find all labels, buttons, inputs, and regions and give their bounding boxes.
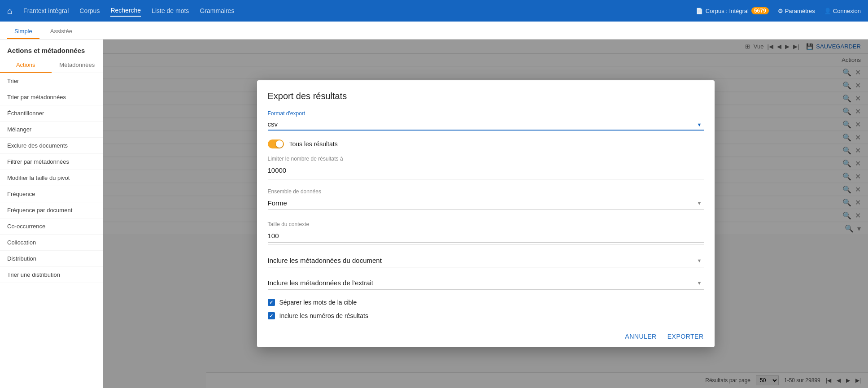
user-icon: 👤 — [824, 8, 831, 14]
dataset-field-group: Ensemble de données Forme Lemme Catégori… — [268, 188, 704, 212]
tab-assistee[interactable]: Assistée — [43, 24, 79, 39]
home-icon[interactable]: ⌂ — [7, 6, 13, 16]
topnav-right: 📄 Corpus : Intégral 5679 ⚙ Paramètres 👤 … — [696, 7, 861, 14]
sep-checkbox-row: Séparer les mots de la cible — [268, 299, 704, 306]
sidebar-item-trier-distribution[interactable]: Trier une distribution — [0, 267, 103, 283]
sidebar-item-exclure[interactable]: Exclure des documents — [0, 138, 103, 154]
format-select-wrapper: csv xlsx json — [268, 118, 704, 131]
connexion-button[interactable]: 👤 Connexion — [824, 8, 861, 14]
nav-brand[interactable]: Frantext intégral — [23, 5, 69, 16]
sidebar-item-filtrer[interactable]: Filtrer par métadonnées — [0, 154, 103, 170]
sidebar-item-collocation[interactable]: Collocation — [0, 235, 103, 251]
corpus-icon: 📄 — [696, 8, 703, 14]
limit-input[interactable] — [268, 164, 704, 177]
sidebar-title: Actions et métadonnées — [0, 39, 103, 58]
format-label: Format d'export — [268, 110, 704, 117]
sep-checkbox[interactable] — [268, 299, 275, 306]
limit-field-group: Limiter le nombre de résultats à — [268, 156, 704, 179]
corpus-count: 5679 — [751, 7, 769, 14]
dataset-dropdown-wrapper: Forme Lemme Catégorie — [268, 196, 704, 210]
dataset-label: Ensemble de données — [268, 188, 704, 195]
doc-meta-select[interactable]: Inclure les métadonnées du document — [268, 254, 704, 267]
tab-simple[interactable]: Simple — [7, 24, 39, 39]
params-label: Paramètres — [785, 8, 815, 14]
params-button[interactable]: ⚙ Paramètres — [778, 8, 815, 14]
subtabs: Simple Assistée — [0, 22, 868, 39]
dialog-body: Export des résultats Format d'export csv… — [257, 80, 715, 326]
nav-corpus[interactable]: Corpus — [79, 5, 100, 16]
export-button[interactable]: EXPORTER — [667, 333, 704, 340]
connexion-label: Connexion — [833, 8, 861, 14]
content-area: ⊞ Vue |◀ ◀ ▶ ▶| 💾 SAUVEGARDER Actions 🔍✕… — [103, 39, 868, 388]
sidebar-item-distribution[interactable]: Distribution — [0, 251, 103, 267]
sidebar-tabs: Actions Métadonnées — [0, 58, 103, 73]
context-input[interactable] — [268, 229, 704, 243]
format-select[interactable]: csv xlsx json — [268, 118, 704, 131]
corpus-label: Corpus : Intégral — [706, 8, 749, 14]
toggle-row: Tous les résultats — [268, 140, 704, 148]
extract-meta-select[interactable]: Inclure les métadonnées de l'extrait — [268, 276, 704, 290]
format-field-group: Format d'export csv xlsx json — [268, 110, 704, 131]
topnav: ⌂ Frantext intégral Corpus Recherche Lis… — [0, 0, 868, 22]
sidebar-item-trier[interactable]: Trier — [0, 73, 103, 89]
toggle-label: Tous les résultats — [289, 140, 338, 148]
sidebar-item-frequence[interactable]: Fréquence — [0, 186, 103, 202]
sidebar: Actions et métadonnées Actions Métadonné… — [0, 39, 103, 388]
sidebar-item-melanger[interactable]: Mélanger — [0, 122, 103, 138]
context-label: Taille du contexte — [268, 221, 704, 227]
corpus-badge[interactable]: 📄 Corpus : Intégral 5679 — [696, 7, 769, 14]
sidebar-item-modifier[interactable]: Modifier la taille du pivot — [0, 170, 103, 186]
extract-meta-wrapper: Inclure les métadonnées de l'extrait — [268, 276, 704, 290]
nav-liste[interactable]: Liste de mots — [152, 5, 189, 16]
nav-recherche[interactable]: Recherche — [110, 5, 141, 17]
sidebar-item-frequence-doc[interactable]: Fréquence par document — [0, 202, 103, 218]
export-dialog: Export des résultats Format d'export csv… — [257, 80, 715, 347]
sidebar-item-trier-meta[interactable]: Trier par métadonnées — [0, 89, 103, 105]
sep-label: Séparer les mots de la cible — [279, 299, 357, 306]
overlay: Export des résultats Format d'export csv… — [103, 39, 868, 388]
sidebar-tab-metadonnees[interactable]: Métadonnées — [52, 58, 103, 73]
dialog-title: Export des résultats — [268, 91, 704, 101]
doc-meta-wrapper: Inclure les métadonnées du document — [268, 254, 704, 267]
main-layout: Actions et métadonnées Actions Métadonné… — [0, 39, 868, 388]
dataset-select[interactable]: Forme Lemme Catégorie — [268, 196, 704, 210]
toggle-tous-resultats[interactable] — [268, 140, 284, 148]
nav-grammaires[interactable]: Grammaires — [200, 5, 234, 16]
gear-icon: ⚙ — [778, 8, 783, 14]
num-label: Inclure les numéros de résultats — [279, 312, 368, 319]
sidebar-tab-actions[interactable]: Actions — [0, 58, 52, 73]
num-checkbox[interactable] — [268, 312, 275, 319]
cancel-button[interactable]: ANNULER — [625, 333, 656, 340]
num-checkbox-row: Inclure les numéros de résultats — [268, 312, 704, 319]
limit-label: Limiter le nombre de résultats à — [268, 156, 704, 162]
dialog-footer: ANNULER EXPORTER — [257, 326, 715, 347]
context-field-group: Taille du contexte — [268, 221, 704, 245]
sidebar-item-co-occurrence[interactable]: Co-occurrence — [0, 218, 103, 235]
sidebar-item-echantillonner[interactable]: Échantillonner — [0, 105, 103, 122]
